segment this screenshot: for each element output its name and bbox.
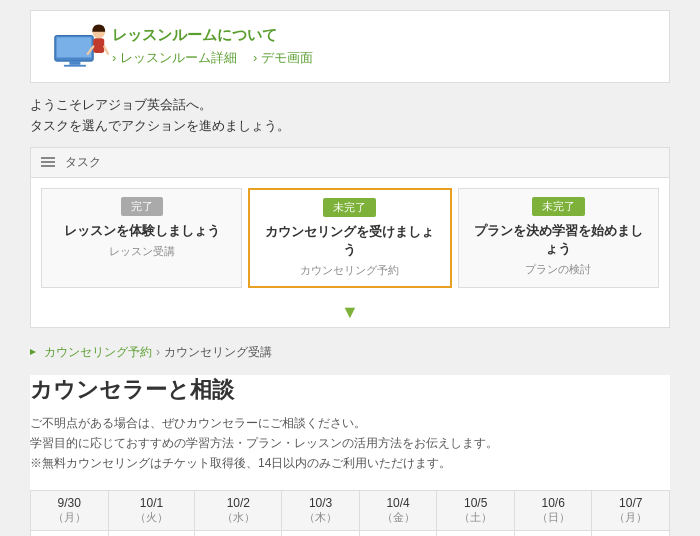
banner-content: レッスンルームについて レッスンルーム詳細 デモ画面 [112, 26, 313, 67]
svg-rect-2 [69, 61, 80, 65]
task-badge-1: 未完了 [323, 198, 376, 217]
task-subtitle-2: プランの検討 [469, 262, 648, 277]
banner: レッスンルームについて レッスンルーム詳細 デモ画面 [30, 10, 670, 83]
svg-line-7 [104, 47, 108, 54]
tasks-list-icon [41, 157, 55, 167]
calendar-date-6: 10/6（日） [514, 490, 592, 530]
svg-marker-8 [30, 349, 36, 355]
banner-link-demo[interactable]: デモ画面 [253, 49, 313, 67]
breadcrumb-link[interactable]: カウンセリング予約 [44, 344, 152, 361]
calendar-date-2: 10/2（水） [195, 490, 282, 530]
counselor-title: カウンセラーと相談 [30, 375, 670, 405]
tasks-body: 完了 レッスンを体験しましょう レッスン受講 未完了 カウンセリングを受けましょ… [31, 178, 669, 298]
breadcrumb: カウンセリング予約 › カウンセリング受講 [30, 344, 670, 361]
calendar-slot-5[interactable]: OPEN [437, 530, 515, 536]
task-arrow: ▼ [31, 298, 669, 327]
svg-rect-3 [64, 65, 86, 67]
task-badge-2: 未完了 [532, 197, 585, 216]
banner-links: レッスンルーム詳細 デモ画面 [112, 49, 313, 67]
counselor-desc1: ご不明点がある場合は、ぜひカウンセラーにご相談ください。 [30, 413, 670, 433]
svg-rect-1 [57, 37, 92, 57]
task-title-1: カウンセリングを受けましょう [260, 223, 439, 259]
calendar-slot-2[interactable]: CLOSE [195, 530, 282, 536]
tasks-header: タスク [31, 148, 669, 178]
calendar-slot-6[interactable]: OPEN [514, 530, 592, 536]
svg-rect-5 [93, 38, 104, 53]
task-title-0: レッスンを体験しましょう [52, 222, 231, 240]
teacher-icon [47, 19, 112, 74]
breadcrumb-current: カウンセリング受講 [164, 344, 272, 361]
calendar-date-3: 10/3（木） [282, 490, 360, 530]
calendar-date-0: 9/30（月） [31, 490, 109, 530]
calendar-slot-1[interactable]: CLOSE [108, 530, 195, 536]
tasks-section: タスク 完了 レッスンを体験しましょう レッスン受講 未完了 カウンセリングを受… [30, 147, 670, 328]
task-title-2: プランを決め学習を始めましょう [469, 222, 648, 258]
banner-link-detail[interactable]: レッスンルーム詳細 [112, 49, 237, 67]
breadcrumb-separator: › [156, 345, 160, 359]
calendar-date-1: 10/1（火） [108, 490, 195, 530]
welcome-line1: ようこそレアジョブ英会話へ。 [30, 95, 670, 116]
breadcrumb-arrow-icon [30, 347, 40, 357]
calendar-table: 9/30（月）10/1（火）10/2（水）10/3（木）10/4（金）10/5（… [30, 490, 670, 536]
task-item-1[interactable]: 未完了 カウンセリングを受けましょう カウンセリング予約 [248, 188, 451, 288]
calendar-slot-3[interactable]: OPEN [282, 530, 360, 536]
welcome-text: ようこそレアジョブ英会話へ。 タスクを選んでアクションを進めましょう。 [30, 95, 670, 137]
calendar-date-4: 10/4（金） [359, 490, 437, 530]
banner-title: レッスンルームについて [112, 26, 313, 45]
task-subtitle-0: レッスン受講 [52, 244, 231, 259]
calendar-slot-7[interactable]: OPEN [592, 530, 670, 536]
counselor-desc: ご不明点がある場合は、ぜひカウンセラーにご相談ください。 学習目的に応じておすす… [30, 413, 670, 474]
calendar-date-7: 10/7（月） [592, 490, 670, 530]
counselor-desc2: 学習目的に応じておすすめの学習方法・プラン・レッスンの活用方法をお伝えします。 [30, 433, 670, 453]
calendar-slot-4[interactable]: OPEN [359, 530, 437, 536]
counselor-section: カウンセラーと相談 ご不明点がある場合は、ぜひカウンセラーにご相談ください。 学… [30, 375, 670, 536]
calendar-date-5: 10/5（土） [437, 490, 515, 530]
task-subtitle-1: カウンセリング予約 [260, 263, 439, 278]
task-badge-0: 完了 [121, 197, 163, 216]
counselor-desc3: ※無料カウンセリングはチケット取得後、14日以内のみご利用いただけます。 [30, 453, 670, 473]
task-item-0[interactable]: 完了 レッスンを体験しましょう レッスン受講 [41, 188, 242, 288]
task-item-2[interactable]: 未完了 プランを決め学習を始めましょう プランの検討 [458, 188, 659, 288]
welcome-line2: タスクを選んでアクションを進めましょう。 [30, 116, 670, 137]
calendar-slot-0[interactable]: OPEN [31, 530, 109, 536]
page-wrapper: レッスンルームについて レッスンルーム詳細 デモ画面 ようこそレアジョブ英会話へ… [0, 0, 700, 536]
tasks-header-label: タスク [65, 154, 101, 171]
